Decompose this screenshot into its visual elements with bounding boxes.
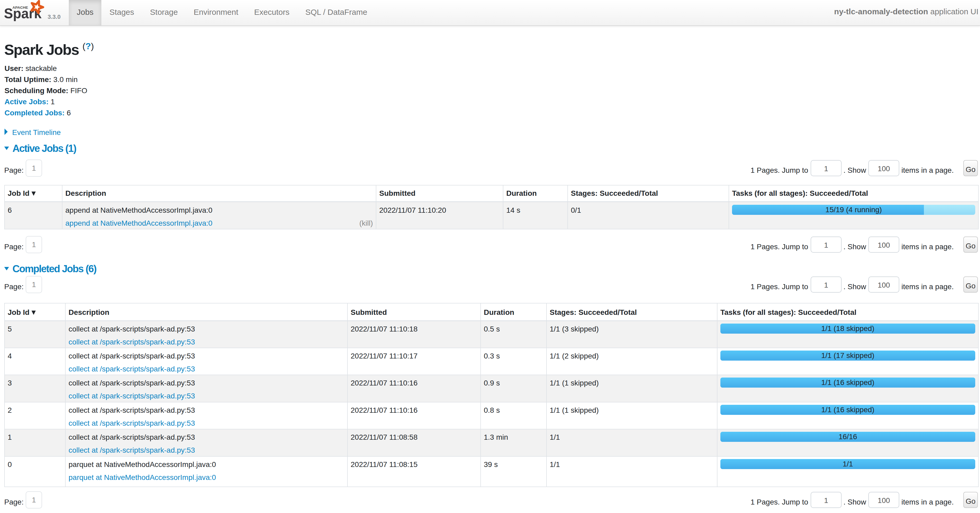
svg-text:3.3.0: 3.3.0: [48, 13, 60, 20]
